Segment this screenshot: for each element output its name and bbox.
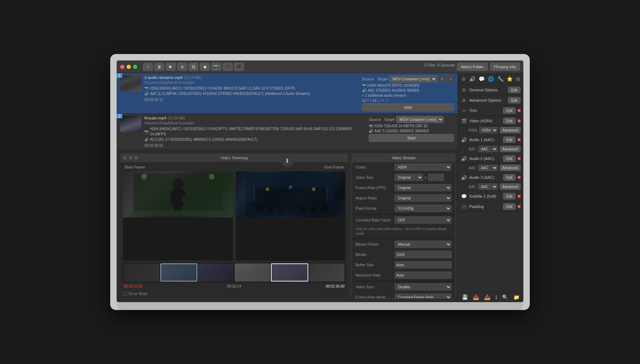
end-frame-label: End Frame: [325, 165, 344, 169]
export-icon[interactable]: 📤: [473, 294, 479, 300]
trim-title: Video Trimming: [220, 156, 247, 160]
subtitle1-icon: 💬: [461, 194, 467, 199]
expand-arrow[interactable]: ⬇: [281, 154, 294, 167]
video-camera-button[interactable]: 🎥: [223, 63, 233, 71]
pause-button[interactable]: ⏸: [177, 63, 187, 71]
sidebar-item-padding[interactable]: ⊡ Padding Edit: [458, 202, 523, 212]
bitrate-row: Bitrate: [352, 250, 455, 260]
sidebar-item-subtitle1[interactable]: 💬 Subtitle 1 (Soft) Edit: [458, 191, 523, 202]
sidebar-item-advanced-options[interactable]: ⚙ Advanced Options Edit: [458, 95, 523, 106]
codec-line1-2: 📷 H264 [HIGH] (AVC1 / 0X31637661) YUV420…: [144, 126, 366, 137]
file-thumb-2: [120, 116, 142, 132]
camera-button[interactable]: 📷: [211, 63, 221, 71]
start-button-2[interactable]: Start: [369, 134, 454, 142]
maximum-rate-input[interactable]: [395, 272, 452, 279]
scrub-checkbox[interactable]: [123, 292, 127, 296]
frame-rate-mode-select[interactable]: Constant Frame Rate: [395, 294, 452, 299]
bitrate-preset-select[interactable]: Manual: [395, 241, 452, 248]
audio1-advanced[interactable]: Advanced: [500, 146, 521, 152]
file-duration-2: 00:02:34.55: [144, 144, 366, 148]
video-h264-dropdown[interactable]: H264: [479, 127, 498, 133]
target-close-button-1[interactable]: ✕: [447, 75, 454, 82]
file-path-2: /Volumes/Data/Movie Examples: [144, 121, 366, 125]
target-format-select-1[interactable]: MOV Container [.mov]: [389, 75, 437, 82]
codec-select[interactable]: H264: [395, 164, 452, 171]
audio2-advanced[interactable]: Advanced: [500, 165, 521, 171]
record-button[interactable]: ⏺: [200, 63, 210, 71]
crf-select[interactable]: OFF: [395, 216, 452, 224]
rs-bottom-icons: 💾 📤 📥 ℹ 🔍 📁: [458, 292, 523, 302]
close-button[interactable]: [120, 65, 124, 69]
target-settings-button-1[interactable]: ⚙: [438, 75, 446, 82]
file-right-col-1: Source Target MOV Container [.mov] ⚙ ✕ 📷: [362, 75, 454, 111]
timeline-thumb-3: [198, 263, 234, 282]
audio1-dropdown[interactable]: AAC: [478, 146, 498, 152]
rs-icon-chat[interactable]: 💬: [478, 75, 485, 82]
remove-button[interactable]: 🗑: [154, 63, 164, 71]
sidebar-item-audio2[interactable]: 🔊 Audio 2 (AAC) Edit AAC AAC Advanced: [458, 154, 523, 172]
trim-edit[interactable]: Edit: [503, 107, 516, 114]
video-h264-edit[interactable]: Edit: [503, 118, 516, 124]
bitrate-input[interactable]: [395, 251, 452, 258]
general-options-label: General Options: [469, 88, 506, 92]
rs-icon-grid[interactable]: ⊞: [515, 75, 521, 82]
general-options-edit[interactable]: Edit: [508, 87, 521, 93]
svg-point-2: [209, 174, 214, 180]
minimize-button[interactable]: [127, 65, 131, 69]
audio3-dropdown[interactable]: AAC: [478, 183, 498, 190]
add-button[interactable]: +: [143, 63, 153, 71]
svg-point-24: [266, 187, 269, 191]
video-h264-advanced[interactable]: Advanced: [500, 127, 521, 133]
video-trim-panel: Video Trimming Start Frame End Frame: [120, 154, 348, 299]
import-icon[interactable]: 📥: [484, 294, 490, 300]
file-duration-1: 00:03:48.12: [144, 98, 359, 102]
timecode-end: 00:02:36.00: [326, 284, 345, 288]
start-button-1[interactable]: Start: [362, 103, 454, 111]
buffer-size-input[interactable]: [395, 261, 452, 268]
play-button[interactable]: ▶: [166, 63, 176, 71]
ffmpeg-info-button[interactable]: FFmpeg Info: [490, 63, 520, 71]
video-size-select[interactable]: Original: [395, 174, 423, 181]
rs-icon-tools[interactable]: 🔧: [497, 75, 504, 82]
link-button[interactable]: ⛓: [188, 63, 198, 71]
target-format-select-2[interactable]: MOV Container [.mov]: [396, 116, 444, 123]
export-button[interactable]: ⬛: [234, 63, 244, 71]
rs-icon-monitor[interactable]: 🖥: [460, 75, 467, 82]
maximize-button[interactable]: [133, 65, 137, 69]
target-label-1: Target: [377, 77, 388, 81]
search-icon[interactable]: 🔍: [502, 294, 508, 300]
rs-icon-star[interactable]: ⭐: [506, 75, 513, 82]
advanced-options-edit[interactable]: Edit: [508, 97, 521, 103]
sidebar-item-trim[interactable]: ✂ Trim Edit: [458, 106, 523, 116]
rs-icon-network[interactable]: 🌐: [487, 75, 495, 82]
audio1-dot: [518, 138, 521, 141]
watch-folder-button[interactable]: Watch Folder: [457, 63, 488, 71]
audio3-advanced[interactable]: Advanced: [500, 183, 521, 190]
trim-timeline[interactable]: [123, 263, 345, 282]
sidebar-item-audio1[interactable]: 🔊 Audio 1 (AAC) Edit AAC AAC Advanced: [458, 135, 523, 154]
save-icon[interactable]: 💾: [462, 294, 468, 300]
pixel-format-select[interactable]: YUV420p: [395, 205, 452, 212]
rs-icon-volume[interactable]: 🔊: [469, 75, 476, 82]
aspect-ratio-select[interactable]: Original: [395, 194, 452, 202]
info-icon[interactable]: ℹ: [495, 294, 497, 300]
sidebar-item-general-options[interactable]: ⚙ General Options Edit: [458, 85, 523, 95]
crf-label: Constant Rate Factor: [356, 218, 395, 222]
audio3-edit[interactable]: Edit: [503, 174, 516, 181]
folder-icon[interactable]: 📁: [513, 294, 519, 300]
padding-label: Padding: [469, 204, 501, 209]
subtitle1-edit[interactable]: Edit: [503, 193, 516, 199]
file-item-1[interactable]: 1 3 audio streams.mp4 (31,18 MB) /Volume…: [117, 73, 458, 114]
sidebar-item-audio3[interactable]: 🔊 Audio 3 (AAC) Edit AAC AAC Advanced: [458, 172, 523, 191]
audio1-edit[interactable]: Edit: [503, 136, 516, 143]
audio2-dropdown[interactable]: AAC: [478, 165, 498, 171]
start-frame-label: Start Frame: [124, 165, 145, 169]
video-width-input[interactable]: [428, 174, 444, 181]
frame-rate-select[interactable]: Original: [395, 184, 452, 191]
padding-edit[interactable]: Edit: [503, 203, 516, 210]
video-sync-select[interactable]: Disable: [395, 283, 452, 290]
sidebar-item-video-h264[interactable]: 🎬 Video (H264) Edit H264 H264 Advanced: [458, 116, 523, 135]
start-frame: [123, 171, 233, 261]
file-item-2[interactable]: 2 Royale.mp4 (31,86 MB) /Volumes/Data/Mo…: [117, 114, 458, 150]
audio2-edit[interactable]: Edit: [503, 155, 516, 162]
